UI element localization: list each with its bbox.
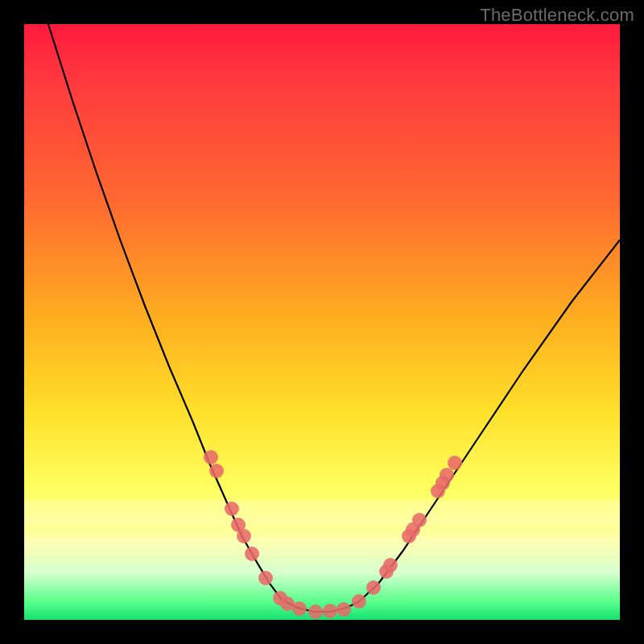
data-dot: [352, 594, 366, 609]
data-dot: [258, 571, 273, 585]
data-dot: [292, 601, 307, 616]
data-dot: [412, 513, 427, 527]
data-dot: [323, 604, 337, 618]
bottleneck-curve: [48, 24, 620, 612]
data-dot: [237, 529, 251, 543]
curve-svg: [24, 24, 620, 620]
data-dot: [209, 464, 224, 478]
plot-area: [24, 24, 620, 620]
chart-frame: TheBottleneck.com: [0, 0, 644, 644]
data-dot: [440, 468, 454, 482]
data-dot: [308, 605, 323, 619]
data-dot: [245, 547, 259, 561]
data-dot: [448, 456, 462, 470]
data-dot: [225, 502, 239, 516]
data-dot: [366, 580, 381, 595]
data-dot: [204, 450, 218, 464]
data-dot: [336, 602, 351, 617]
data-dot: [383, 558, 398, 572]
watermark-text: TheBottleneck.com: [480, 5, 634, 26]
marker-group: [204, 450, 462, 619]
